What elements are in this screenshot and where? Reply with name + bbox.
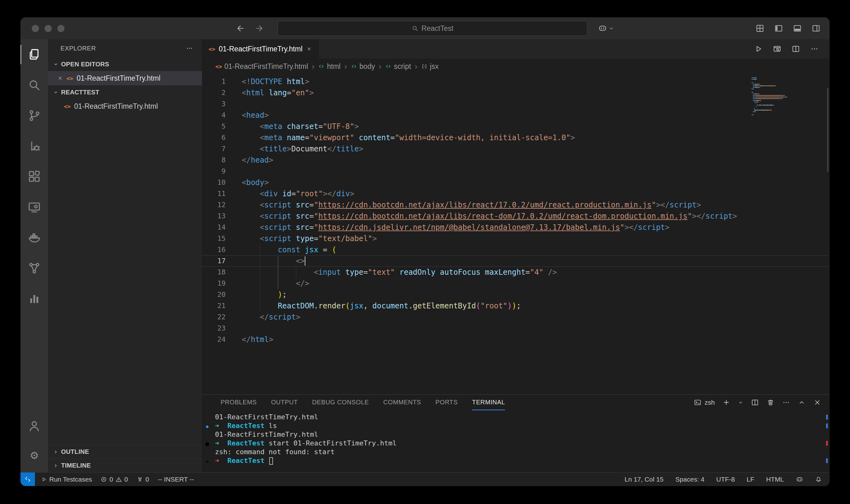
code-line[interactable]: 17 <> [202, 255, 829, 267]
code-line[interactable]: 11 <div id="root"></div> [202, 188, 829, 199]
code-line[interactable]: 16 const jsx = ( [202, 244, 829, 255]
activity-item-remote-explorer[interactable] [21, 192, 48, 222]
more-editor-actions-icon[interactable] [810, 44, 819, 53]
timeline-section-header[interactable]: TIMELINE [48, 458, 202, 472]
line-number[interactable]: 18 [202, 267, 226, 278]
panel-tab-ports[interactable]: PORTS [436, 395, 458, 410]
open-preview-icon[interactable] [773, 44, 781, 53]
code-line[interactable]: 18 <input type="text" readOnly autoFocus… [202, 267, 829, 278]
workspace-section-header[interactable]: REACTTEST [48, 85, 202, 99]
navigate-back-icon[interactable] [236, 24, 245, 33]
line-number[interactable]: 13 [202, 211, 226, 222]
outline-section-header[interactable]: OUTLINE [48, 445, 202, 458]
code-line[interactable]: 2<html lang="en"> [202, 87, 829, 98]
line-number[interactable]: 23 [202, 323, 226, 334]
open-editor-item[interactable]: <> 01-ReactFirstTimeTry.html [48, 71, 202, 85]
status-run-testcases[interactable]: Run Testcases [41, 476, 92, 483]
code-line[interactable]: 15 <script type="text/babel"> [202, 233, 829, 244]
status-encoding[interactable]: UTF-8 [716, 476, 735, 483]
breadcrumb-item-01-reactfirsttimetry-html[interactable]: <>01-ReactFirstTimeTry.html [216, 62, 308, 71]
line-number[interactable]: 21 [202, 300, 226, 311]
activity-item-accounts[interactable] [21, 412, 48, 440]
breadcrumb-item-script[interactable]: script [385, 62, 411, 71]
open-editors-section-header[interactable]: OPEN EDITORS [48, 57, 202, 71]
minimize-window-button[interactable] [45, 25, 52, 32]
minimap[interactable] [751, 77, 789, 116]
split-editor-icon[interactable] [792, 44, 800, 53]
kill-terminal-icon[interactable] [766, 398, 775, 407]
terminal-more-actions-icon[interactable] [782, 398, 790, 407]
activity-item-explorer[interactable] [21, 39, 48, 70]
activity-item-manage[interactable]: ⚙ [21, 440, 48, 469]
line-number[interactable]: 22 [202, 311, 226, 323]
line-number[interactable]: 24 [202, 334, 226, 345]
terminal-line[interactable]: 01-ReactFirstTimeTry.html [202, 413, 829, 421]
line-number[interactable]: 20 [202, 289, 226, 300]
panel-tab-problems[interactable]: PROBLEMS [220, 395, 257, 410]
panel-tab-output[interactable]: OUTPUT [271, 395, 298, 410]
code-line[interactable]: 9 [202, 166, 829, 177]
code-line[interactable]: 1<!DOCTYPE html> [202, 76, 829, 87]
status-problems[interactable]: 0 0 [101, 476, 128, 483]
line-number[interactable]: 14 [202, 222, 226, 233]
line-number[interactable]: 11 [202, 188, 226, 199]
line-number[interactable]: 19 [202, 278, 226, 289]
activity-item-search[interactable] [21, 70, 48, 100]
terminal-line[interactable]: ➜ ReactTest ls [202, 421, 829, 430]
status-copilot[interactable] [796, 476, 803, 483]
line-number[interactable]: 8 [202, 155, 226, 166]
close-window-button[interactable] [32, 25, 39, 32]
editor-scrollbar[interactable] [827, 88, 829, 172]
code-line[interactable]: 21 ReactDOM.render(jsx, document.getElem… [202, 300, 829, 311]
code-line[interactable]: 24</html> [202, 334, 829, 345]
panel-tab-comments[interactable]: COMMENTS [383, 395, 421, 410]
line-number[interactable]: 1 [202, 76, 226, 87]
new-terminal-icon[interactable] [722, 398, 730, 407]
terminal-line[interactable]: ➜ ReactTest [202, 456, 829, 465]
toggle-panel-icon[interactable] [793, 24, 802, 33]
copilot-menu[interactable] [598, 24, 614, 33]
line-number[interactable]: 3 [202, 98, 226, 110]
close-editor-icon[interactable] [57, 75, 63, 81]
terminal[interactable]: 01-ReactFirstTimeTry.html➜ ReactTest ls0… [202, 410, 829, 472]
toggle-secondary-sidebar-icon[interactable] [811, 24, 821, 33]
remote-indicator[interactable] [21, 472, 35, 486]
toggle-primary-sidebar-icon[interactable] [774, 24, 783, 33]
code-line[interactable]: 20 ); [202, 289, 829, 300]
maximize-panel-icon[interactable] [798, 398, 806, 407]
panel-tab-terminal[interactable]: TERMINAL [472, 395, 505, 410]
activity-item-org-chart[interactable] [21, 253, 48, 284]
activity-item-resource-usage[interactable] [21, 284, 48, 314]
split-terminal-icon[interactable] [751, 398, 759, 407]
code-line[interactable]: 3 [202, 98, 829, 110]
activity-item-docker[interactable] [21, 222, 48, 253]
breadcrumb-item-jsx[interactable]: jsx [421, 62, 439, 71]
line-number[interactable]: 5 [202, 121, 226, 132]
activity-item-run-and-debug[interactable] [21, 131, 48, 161]
terminal-profile-chevron-icon[interactable] [738, 400, 743, 405]
terminal-line[interactable]: 01-ReactFirstTimeTry.html [202, 430, 829, 439]
line-number[interactable]: 17 [202, 255, 226, 267]
line-number[interactable]: 4 [202, 110, 226, 121]
close-tab-icon[interactable] [306, 46, 312, 52]
code-line[interactable]: 5 <meta charset="UTF-8"> [202, 121, 829, 132]
code-editor[interactable]: 1<!DOCTYPE html>2<html lang="en">34<head… [202, 74, 829, 394]
code-line[interactable]: 4<head> [202, 110, 829, 121]
status-eol[interactable]: LF [747, 476, 754, 483]
close-panel-icon[interactable] [813, 398, 821, 407]
code-line[interactable]: 8</head> [202, 155, 829, 166]
status-ports[interactable]: 0 [137, 476, 149, 483]
activity-item-source-control[interactable] [21, 100, 48, 131]
line-number[interactable]: 9 [202, 166, 226, 177]
line-number[interactable]: 6 [202, 132, 226, 143]
navigate-forward-icon[interactable] [254, 24, 264, 33]
code-line[interactable]: 22 </script> [202, 311, 829, 323]
breadcrumb-item-html[interactable]: html [318, 62, 340, 71]
status-language-mode[interactable]: HTML [766, 476, 784, 483]
status-vim-mode[interactable]: -- INSERT -- [158, 476, 194, 483]
code-line[interactable]: 13 <script src="https://cdn.bootcdn.net/… [202, 211, 829, 222]
line-number[interactable]: 16 [202, 244, 226, 255]
breadcrumb-item-body[interactable]: body [351, 62, 375, 71]
shell-selector[interactable]: zsh [694, 399, 715, 406]
terminal-line[interactable]: ➜ ReactTest start 01-ReactFirstTimeTry.h… [202, 439, 829, 448]
